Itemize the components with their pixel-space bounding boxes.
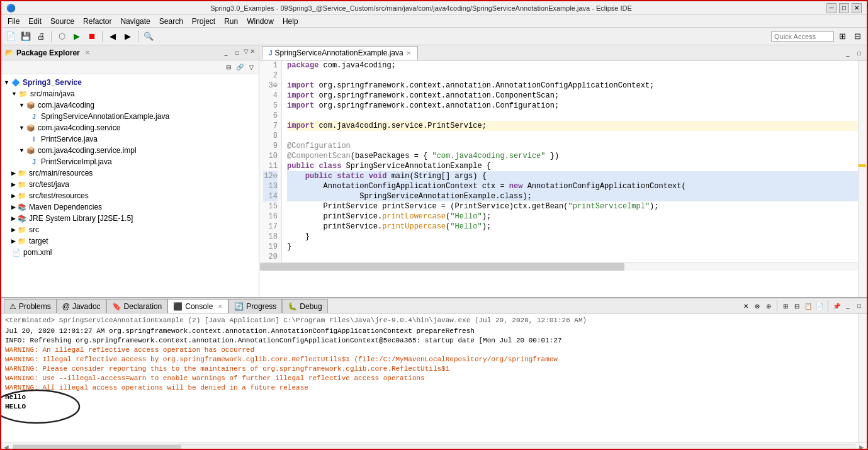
- tab-console-close[interactable]: ✕: [218, 303, 223, 310]
- print-button[interactable]: 🖨: [34, 30, 48, 43]
- menu-project[interactable]: Project: [188, 16, 219, 27]
- console-btn5[interactable]: ⊟: [792, 301, 802, 311]
- javadoc-icon: @: [62, 302, 70, 311]
- save-button[interactable]: 💾: [19, 30, 33, 43]
- quick-access-input[interactable]: [771, 31, 834, 42]
- console-scrollbar[interactable]: [858, 313, 867, 442]
- console-line-6: WARNING: Use --illegal-access=warn to en…: [5, 374, 863, 383]
- menu-file[interactable]: File: [4, 16, 23, 27]
- stop-button[interactable]: ⏹: [85, 30, 99, 43]
- editor-tab-main[interactable]: J SpringServiceAnnotationExample.java ✕: [262, 46, 418, 60]
- tree-item-com-java4coding[interactable]: ▼ 📦 com.java4coding: [1, 99, 259, 111]
- search-button[interactable]: 🔍: [142, 30, 155, 43]
- line-num-16: 16: [263, 211, 278, 222]
- hscroll-left[interactable]: ◀: [1, 444, 11, 450]
- tab-declaration[interactable]: 🔖 Declaration: [106, 299, 168, 313]
- console-btn3[interactable]: ⊕: [764, 301, 774, 311]
- tree-item-com-java4coding-service[interactable]: ▼ 📦 com.java4coding.service: [1, 122, 259, 133]
- tree-item-src-test-resources[interactable]: ▶ 📁 src/test/resources: [1, 190, 259, 201]
- console-clear-button[interactable]: ✕: [741, 301, 751, 311]
- panel-minimize-btn[interactable]: _: [843, 301, 853, 311]
- menu-help[interactable]: Help: [279, 16, 302, 27]
- debug-button[interactable]: ⬡: [55, 30, 69, 43]
- tree-item-maven-deps[interactable]: ▶ 📚 Maven Dependencies: [1, 201, 259, 213]
- minimize-button[interactable]: ─: [826, 3, 837, 13]
- hscroll-track[interactable]: [13, 444, 855, 451]
- console-content: <terminated> SpringServiceAnnotationExam…: [1, 313, 867, 442]
- new-button[interactable]: 📄: [4, 30, 18, 43]
- menu-refactor[interactable]: Refactor: [79, 16, 115, 27]
- pe-collapse-all[interactable]: ⊟: [223, 62, 234, 72]
- pe-menu[interactable]: ▽: [246, 62, 256, 72]
- run-button[interactable]: ▶: [70, 30, 84, 43]
- menu-source[interactable]: Source: [47, 16, 78, 27]
- close-button[interactable]: ✕: [852, 3, 862, 13]
- tree-item-src-test-java[interactable]: ▶ 📁 src/test/java: [1, 179, 259, 190]
- console-btn7[interactable]: 📄: [814, 301, 825, 311]
- tab-problems[interactable]: ⚠ Problems: [4, 299, 57, 313]
- tab-progress-label: Progress: [246, 302, 276, 311]
- tree-item-com-java4coding-service-impl[interactable]: ▼ 📦 com.java4coding.service.impl: [1, 145, 259, 156]
- tab-progress[interactable]: 🔄 Progress: [228, 299, 282, 313]
- editor-content[interactable]: 1 2 3⊖ 4 5 6 7 8 9 10 11 12⊖ 13 14: [259, 60, 867, 297]
- console-btn2[interactable]: ⊗: [752, 301, 762, 311]
- tree-label-src-main-resources: src/main/resources: [29, 169, 93, 177]
- pe-minimize-button[interactable]: _: [221, 48, 231, 58]
- tree-item-src-main-java[interactable]: ▼ 📁 src/main/java: [1, 88, 259, 99]
- expand-icon-src: ▼: [11, 91, 17, 97]
- tree-item-print-service[interactable]: I PrintService.java: [1, 133, 259, 145]
- folder-icon-test-res: 📁: [17, 191, 27, 201]
- tree-item-print-service-impl[interactable]: J PrintServiceImpl.java: [1, 156, 259, 167]
- menu-run[interactable]: Run: [220, 16, 242, 27]
- tab-debug[interactable]: 🐛 Debug: [282, 299, 327, 313]
- hscroll-right[interactable]: ▶: [857, 444, 867, 450]
- tree-item-src[interactable]: ▶ 📁 src: [1, 224, 259, 235]
- folder-icon-test-java: 📁: [17, 179, 27, 189]
- tree-item-src-main-resources[interactable]: ▶ 📁 src/main/resources: [1, 167, 259, 179]
- other-button[interactable]: ⊟: [850, 30, 864, 43]
- menu-navigate[interactable]: Navigate: [116, 16, 154, 27]
- console-btn4[interactable]: ⊞: [781, 301, 791, 311]
- tree-item-pom-xml[interactable]: 📄 pom.xml: [1, 247, 259, 258]
- tree-item-spring-service-annotation[interactable]: J SpringServiceAnnotationExample.java: [1, 111, 259, 122]
- forward-button[interactable]: ▶: [121, 30, 135, 43]
- code-line-13: AnnotationConfigApplicationContext ctx =…: [287, 181, 862, 191]
- code-lines: package com.java4coding; import org.spri…: [282, 60, 867, 262]
- tab-console[interactable]: ⬛ Console ✕: [167, 299, 228, 313]
- console-line-3: WARNING: An illegal reflective access op…: [5, 346, 863, 355]
- tab-javadoc[interactable]: @ Javadoc: [57, 299, 106, 313]
- perspective-button[interactable]: ⊞: [835, 30, 849, 43]
- minimize-editor-button[interactable]: _: [843, 48, 853, 59]
- package-icon-impl: 📦: [26, 145, 36, 155]
- code-line-8: [287, 131, 862, 141]
- menu-window[interactable]: Window: [243, 16, 278, 27]
- menu-edit[interactable]: Edit: [25, 16, 45, 27]
- maximize-button[interactable]: □: [839, 3, 849, 13]
- console-line-7: WARNING: All illegal access operations w…: [5, 383, 863, 393]
- editor-scrollbar[interactable]: [858, 60, 867, 297]
- pe-link[interactable]: 🔗: [235, 62, 245, 72]
- line-num-2: 2: [263, 70, 278, 81]
- tree-item-spring3-service[interactable]: ▼ 🔷 Spring3_Service: [1, 77, 259, 88]
- menu-search[interactable]: Search: [155, 16, 187, 27]
- xml-icon: 📄: [11, 247, 21, 257]
- console-hscrollbar[interactable]: ◀ ▶: [1, 442, 867, 450]
- pe-maximize-button[interactable]: □: [232, 48, 242, 58]
- folder-icon-src: 📁: [17, 225, 27, 235]
- editor-hscrollbar[interactable]: [259, 262, 867, 271]
- maximize-editor-button[interactable]: □: [854, 48, 864, 59]
- pe-chevron[interactable]: ▽: [244, 48, 249, 58]
- code-line-18: }: [287, 232, 862, 242]
- panel-maximize-btn[interactable]: □: [854, 301, 864, 311]
- expand-icon: ▼: [4, 79, 9, 86]
- package-explorer: 📂 Package Explorer ✕ _ □ ▽ ✕ ⊟ 🔗 ▽: [1, 45, 259, 297]
- console-pin-btn[interactable]: 📌: [831, 301, 842, 311]
- tab-close-icon[interactable]: ✕: [406, 50, 411, 57]
- sep-console: [777, 300, 777, 312]
- pe-close-icon[interactable]: ✕: [250, 48, 255, 58]
- tree-item-target[interactable]: ▶ 📁 target: [1, 235, 259, 247]
- console-btn6[interactable]: 📋: [803, 301, 813, 311]
- tree-item-jre-system[interactable]: ▶ 📚 JRE System Library [J2SE-1.5]: [1, 213, 259, 224]
- tree-label-target: target: [29, 237, 48, 245]
- back-button[interactable]: ◀: [106, 30, 120, 43]
